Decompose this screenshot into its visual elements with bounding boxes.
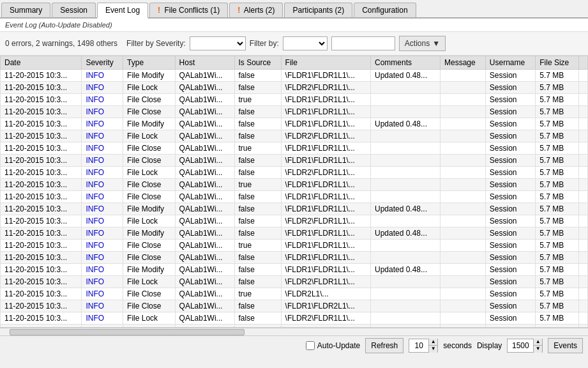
refresh-interval-up-button[interactable]: ▲ [428, 339, 437, 346]
filter-by-label: Filter by: [250, 39, 279, 48]
col-type[interactable]: Type [123, 56, 175, 70]
cell-username: Session [485, 215, 535, 227]
cell-is-source: false [234, 264, 281, 276]
table-row[interactable]: 11-20-2015 10:3...INFOFile LockQALab1Wi.… [1, 167, 588, 179]
table-row[interactable]: 11-20-2015 10:3...INFOFile LockQALab1Wi.… [1, 82, 588, 94]
cell-is-source: false [234, 276, 281, 288]
table-row[interactable]: 11-20-2015 10:3...INFOFile LockQALab1Wi.… [1, 312, 588, 325]
table-header: Date Severity Type Host Is Source File C… [1, 56, 588, 70]
refresh-button[interactable]: Refresh [365, 338, 403, 353]
col-username[interactable]: Username [485, 56, 535, 70]
tab-eventlog[interactable]: Event Log [97, 3, 148, 19]
filter-by-select[interactable] [283, 36, 328, 50]
auto-update-label[interactable]: Auto-Update [306, 341, 360, 350]
refresh-interval-down-button[interactable]: ▼ [428, 346, 437, 353]
table-row[interactable]: 11-20-2015 10:3...INFOFile LockQALab1Wi.… [1, 215, 588, 227]
table-row[interactable]: 11-20-2015 10:3...INFOFile CloseQALab1Wi… [1, 252, 588, 264]
cell-severity: INFO [82, 142, 123, 155]
actions-button[interactable]: Actions ▼ [399, 36, 446, 51]
filter-text-input[interactable] [331, 36, 395, 50]
display-count-down-button[interactable]: ▼ [533, 346, 542, 353]
col-issource[interactable]: Is Source [234, 56, 281, 70]
auto-update-checkbox[interactable] [306, 341, 315, 350]
refresh-interval-input[interactable] [409, 339, 428, 352]
display-count-spinner[interactable]: ▲ ▼ [507, 339, 543, 353]
actions-label: Actions [405, 39, 430, 48]
col-severity[interactable]: Severity [82, 56, 123, 70]
table-row[interactable]: 11-20-2015 10:3...INFOFile CloseQALab1Wi… [1, 106, 588, 118]
cell-message [441, 191, 486, 203]
table-row[interactable]: 11-20-2015 10:3...INFOFile LockQALab1Wi.… [1, 276, 588, 288]
cell-comments: Updated 0.48... [370, 264, 440, 276]
cell-severity: INFO [82, 179, 123, 191]
hscroll-thumb[interactable] [10, 329, 245, 335]
tab-session[interactable]: Session [52, 3, 96, 17]
horizontal-scrollbar[interactable] [0, 328, 588, 335]
cell-comments [370, 130, 440, 142]
table-row[interactable]: 11-20-2015 10:3...INFOFile CloseQALab1Wi… [1, 142, 588, 155]
table-row[interactable]: 11-20-2015 10:3...INFOFile ModifyQALab1W… [1, 118, 588, 130]
cell-file-size: 5.7 MB [536, 288, 579, 300]
col-comments[interactable]: Comments [370, 56, 440, 70]
table-row[interactable]: 11-20-2015 10:3...INFOFile CloseQALab1Wi… [1, 94, 588, 106]
cell-host: QALab1Wi... [175, 240, 234, 252]
cell-severity: INFO [82, 252, 123, 264]
scroll-placeholder-cell [579, 118, 588, 130]
cell-file-size: 5.7 MB [536, 252, 579, 264]
cell-type: File Close [123, 94, 175, 106]
cell-type: File Close [123, 288, 175, 300]
cell-comments [370, 312, 440, 325]
cell-date: 11-20-2015 10:3... [1, 142, 82, 155]
table-row[interactable]: 11-20-2015 10:3...INFOFile CloseQALab1Wi… [1, 240, 588, 252]
table-row[interactable]: 11-20-2015 10:3...INFOFile CloseQALab1Wi… [1, 179, 588, 191]
cell-is-source: true [234, 240, 281, 252]
cell-type: File Modify [123, 203, 175, 215]
cell-username: Session [485, 118, 535, 130]
scroll-placeholder-cell [579, 312, 588, 325]
cell-message [441, 155, 486, 167]
cell-file: \FLDR1\FLDR1L1\... [281, 227, 370, 240]
cell-file-size: 5.7 MB [536, 227, 579, 240]
col-message[interactable]: Message [441, 56, 486, 70]
cell-type: File Lock [123, 82, 175, 94]
cell-file-size: 5.7 MB [536, 106, 579, 118]
col-date[interactable]: Date [1, 56, 82, 70]
table-row[interactable]: 11-20-2015 10:3...INFOFile CloseQALab1Wi… [1, 191, 588, 203]
scroll-placeholder-cell [579, 191, 588, 203]
tab-summary[interactable]: Summary [1, 3, 50, 17]
tab-alerts[interactable]: ! Alerts (2) [229, 3, 283, 17]
display-count-up-button[interactable]: ▲ [533, 339, 542, 346]
table-row[interactable]: 11-20-2015 10:3...INFOFile CloseQALab1Wi… [1, 155, 588, 167]
cell-severity: INFO [82, 167, 123, 179]
cell-file-size: 5.7 MB [536, 130, 579, 142]
display-count-spinner-buttons: ▲ ▼ [533, 339, 542, 353]
event-log-table-container[interactable]: Date Severity Type Host Is Source File C… [0, 56, 588, 328]
events-button[interactable]: Events [548, 338, 583, 353]
table-row[interactable]: 11-20-2015 10:3...INFOFile ModifyQALab1W… [1, 227, 588, 240]
filter-severity-select[interactable]: INFO WARNING ERROR [190, 36, 246, 50]
table-row[interactable]: 11-20-2015 10:3...INFOFile ModifyQALab1W… [1, 264, 588, 276]
table-row[interactable]: 11-20-2015 10:3...INFOFile CloseQALab1Wi… [1, 300, 588, 312]
table-row[interactable]: 11-20-2015 10:3...INFOFile ModifyQALab1W… [1, 203, 588, 215]
cell-severity: INFO [82, 312, 123, 325]
cell-username: Session [485, 203, 535, 215]
cell-host: QALab1Wi... [175, 106, 234, 118]
table-row[interactable]: 11-20-2015 10:3...INFOFile LockQALab1Wi.… [1, 130, 588, 142]
tab-configuration[interactable]: Configuration [354, 3, 416, 17]
cell-file: \FLDR1\FLDR2L1\... [281, 300, 370, 312]
cell-username: Session [485, 300, 535, 312]
display-count-input[interactable] [508, 339, 533, 352]
col-host[interactable]: Host [175, 56, 234, 70]
tab-participants[interactable]: Participants (2) [284, 3, 352, 17]
col-filesize[interactable]: File Size [536, 56, 579, 70]
tab-fileconflicts[interactable]: ! File Conflicts (1) [149, 3, 228, 17]
scroll-placeholder-cell [579, 252, 588, 264]
table-row[interactable]: 11-20-2015 10:3...INFOFile ModifyQALab1W… [1, 70, 588, 82]
cell-is-source: false [234, 215, 281, 227]
refresh-interval-spinner[interactable]: ▲ ▼ [409, 339, 438, 353]
cell-comments [370, 276, 440, 288]
table-row[interactable]: 11-20-2015 10:3...INFOFile CloseQALab1Wi… [1, 288, 588, 300]
cell-type: File Close [123, 252, 175, 264]
col-file[interactable]: File [281, 56, 370, 70]
cell-host: QALab1Wi... [175, 94, 234, 106]
